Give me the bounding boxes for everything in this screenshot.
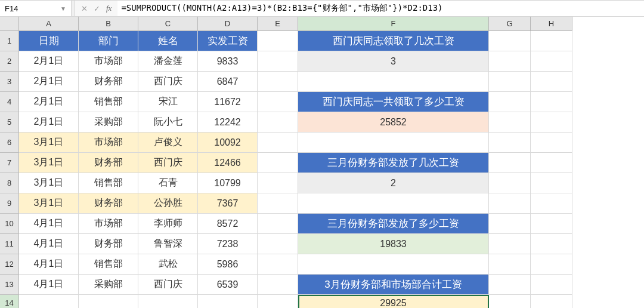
cell-E7[interactable] [258,153,298,173]
cell-E13[interactable] [258,275,298,295]
cell-B14[interactable] [79,295,138,308]
cell-B3[interactable]: 财务部 [79,72,138,92]
cell-D14[interactable] [198,295,258,308]
cell-E9[interactable] [258,193,298,214]
cell-A11[interactable]: 4月1日 [19,234,79,254]
cell-D3[interactable]: 6847 [198,72,258,92]
cell-A2[interactable]: 2月1日 [19,51,79,72]
cell-C14[interactable] [138,295,198,308]
row-header-8[interactable]: 8 [0,173,19,193]
name-box-dropdown-icon[interactable]: ▼ [60,5,66,12]
cell-G3[interactable] [489,72,531,92]
cell-H9[interactable] [531,193,572,214]
row-header-9[interactable]: 9 [0,193,19,214]
cell-A9[interactable]: 3月1日 [19,193,79,214]
col-header-G[interactable]: G [489,17,531,31]
row-header-5[interactable]: 5 [0,112,19,133]
cell-F3[interactable] [298,72,489,92]
row-header-6[interactable]: 6 [0,133,19,153]
cell-F1[interactable]: 西门庆同志领取了几次工资 [298,31,489,51]
cell-D12[interactable]: 5986 [198,254,258,275]
cell-G14[interactable] [489,295,531,308]
row-header-10[interactable]: 10 [0,214,19,234]
cell-D13[interactable]: 6539 [198,275,258,295]
cell-E12[interactable] [258,254,298,275]
col-header-H[interactable]: H [531,17,572,31]
row-header-4[interactable]: 4 [0,92,19,112]
col-header-D[interactable]: D [198,17,258,31]
cell-B5[interactable]: 采购部 [79,112,138,133]
row-header-11[interactable]: 11 [0,234,19,254]
cell-F13[interactable]: 3月份财务部和市场部合计工资 [298,275,489,295]
cell-A13[interactable]: 4月1日 [19,275,79,295]
cell-H7[interactable] [531,153,572,173]
cell-A3[interactable]: 2月1日 [19,72,79,92]
cell-C13[interactable]: 西门庆 [138,275,198,295]
cell-E6[interactable] [258,133,298,153]
cell-A14[interactable] [19,295,79,308]
cell-F10[interactable]: 三月份财务部发放了多少工资 [298,214,489,234]
cell-C12[interactable]: 武松 [138,254,198,275]
cell-H8[interactable] [531,173,572,193]
cell-E2[interactable] [258,51,298,72]
cell-D10[interactable]: 8572 [198,214,258,234]
cell-B11[interactable]: 财务部 [79,234,138,254]
cell-A7[interactable]: 3月1日 [19,153,79,173]
cell-F14[interactable]: 29925 [298,295,489,308]
cell-E3[interactable] [258,72,298,92]
cell-C8[interactable]: 石青 [138,173,198,193]
cell-H3[interactable] [531,72,572,92]
cell-G8[interactable] [489,173,531,193]
col-header-C[interactable]: C [138,17,198,31]
cell-C5[interactable]: 阮小七 [138,112,198,133]
cell-D11[interactable]: 7238 [198,234,258,254]
cell-H14[interactable] [531,295,572,308]
cell-D1[interactable]: 实发工资 [198,31,258,51]
cell-H5[interactable] [531,112,572,133]
cell-D7[interactable]: 12466 [198,153,258,173]
cell-E1[interactable] [258,31,298,51]
cell-B4[interactable]: 销售部 [79,92,138,112]
col-header-F[interactable]: F [298,17,489,31]
cell-G9[interactable] [489,193,531,214]
cell-C10[interactable]: 李师师 [138,214,198,234]
cell-F9[interactable] [298,193,489,214]
cell-H10[interactable] [531,214,572,234]
cell-C4[interactable]: 宋江 [138,92,198,112]
cell-D2[interactable]: 9833 [198,51,258,72]
cell-C11[interactable]: 鲁智深 [138,234,198,254]
cell-D4[interactable]: 11672 [198,92,258,112]
cell-E5[interactable] [258,112,298,133]
cell-B10[interactable]: 市场部 [79,214,138,234]
cell-C2[interactable]: 潘金莲 [138,51,198,72]
cell-B1[interactable]: 部门 [79,31,138,51]
cell-D5[interactable]: 12242 [198,112,258,133]
name-box[interactable]: F14 ▼ [0,1,72,16]
col-header-E[interactable]: E [258,17,298,31]
cell-A4[interactable]: 2月1日 [19,92,79,112]
row-header-2[interactable]: 2 [0,51,19,72]
cell-H2[interactable] [531,51,572,72]
cell-E4[interactable] [258,92,298,112]
cell-F6[interactable] [298,133,489,153]
cell-H12[interactable] [531,254,572,275]
cell-B6[interactable]: 市场部 [79,133,138,153]
row-header-13[interactable]: 13 [0,275,19,295]
cell-H6[interactable] [531,133,572,153]
confirm-icon[interactable]: ✓ [94,4,100,13]
cell-B8[interactable]: 销售部 [79,173,138,193]
cell-B2[interactable]: 市场部 [79,51,138,72]
row-header-12[interactable]: 12 [0,254,19,275]
cell-B9[interactable]: 财务部 [79,193,138,214]
cell-F7[interactable]: 三月份财务部发放了几次工资 [298,153,489,173]
cell-H11[interactable] [531,234,572,254]
cell-C3[interactable]: 西门庆 [138,72,198,92]
cell-F12[interactable] [298,254,489,275]
select-all-corner[interactable] [0,17,19,31]
cell-G2[interactable] [489,51,531,72]
cell-G11[interactable] [489,234,531,254]
cell-G6[interactable] [489,133,531,153]
formula-input[interactable]: =SUMPRODUCT((MONTH(A2:A13)=3)*(B2:B13={"… [117,1,644,16]
cell-A1[interactable]: 日期 [19,31,79,51]
cell-F11[interactable]: 19833 [298,234,489,254]
